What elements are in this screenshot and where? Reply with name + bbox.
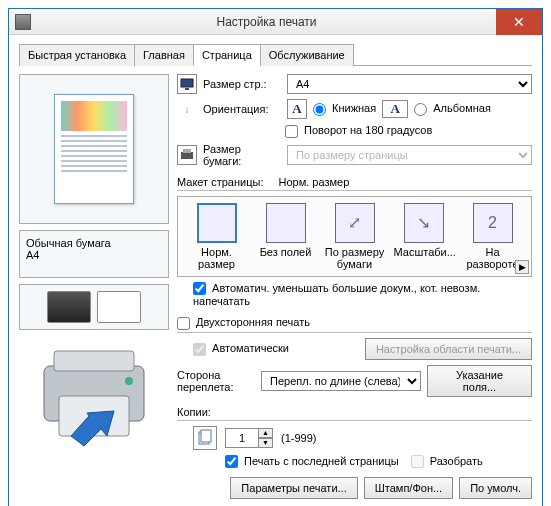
layout-options: Норм. размерБез полей⤢По размеру бумаги↘… [177, 196, 532, 277]
svg-rect-5 [185, 88, 189, 90]
duplex-checkbox[interactable] [177, 317, 190, 330]
print-area-button[interactable]: Настройка области печати... [365, 338, 532, 360]
layout-item-3[interactable]: ↘Масштаби... [394, 203, 454, 270]
svg-point-3 [125, 377, 133, 385]
defaults-button[interactable]: По умолч. [459, 477, 532, 499]
layout-item-4[interactable]: 2На развороте [463, 203, 523, 270]
copies-range: (1-999) [281, 432, 316, 444]
layout-item-0[interactable]: Норм. размер [187, 203, 247, 270]
tray-icon-dark[interactable] [47, 291, 91, 323]
bottom-button-row: Параметры печати... Штамп/Фон... По умол… [177, 477, 532, 499]
print-options-button[interactable]: Параметры печати... [230, 477, 357, 499]
svg-rect-1 [54, 351, 134, 371]
rotate180-checkbox-label[interactable]: Поворот на 180 градусов [285, 124, 432, 138]
printer-size-select[interactable]: По размеру страницы [287, 145, 532, 165]
orientation-row: ↓ Ориентация: A Книжная A Альбомная [177, 99, 532, 119]
layout-header-label: Макет страницы: [177, 176, 263, 188]
svg-rect-9 [201, 430, 211, 442]
paper-type-text: Обычная бумага [26, 237, 162, 249]
landscape-radio[interactable] [414, 103, 427, 116]
margin-button[interactable]: Указание поля... [427, 365, 532, 397]
tray-row [19, 284, 169, 330]
portrait-radio[interactable] [313, 103, 326, 116]
printer-illustration [19, 336, 169, 456]
tab-2[interactable]: Страница [193, 44, 261, 66]
portrait-icon: A [287, 99, 307, 119]
autoreduce-row: Автоматич. уменьшать большие докум., кот… [193, 282, 532, 308]
collate-checkbox[interactable] [411, 455, 424, 468]
orientation-arrow-icon: ↓ [177, 99, 197, 119]
landscape-icon: A [382, 100, 408, 118]
printer-size-label2: бумаги: [203, 155, 281, 167]
binding-label1: Сторона [177, 369, 255, 381]
right-column: Размер стр.: A4 ↓ Ориентация: A Книжная … [177, 74, 532, 499]
page-size-row: Размер стр.: A4 [177, 74, 532, 94]
monitor-icon [177, 74, 197, 94]
landscape-radio-label[interactable]: Альбомная [414, 102, 491, 116]
rotate180-checkbox[interactable] [285, 125, 298, 138]
reverse-checkbox[interactable] [225, 455, 238, 468]
left-column: Обычная бумага A4 [19, 74, 169, 499]
page-size-label: Размер стр.: [203, 78, 281, 90]
tab-3[interactable]: Обслуживание [260, 44, 354, 66]
binding-select[interactable]: Перепл. по длине (слева) [261, 371, 421, 391]
close-button[interactable]: ✕ [496, 9, 542, 35]
copies-options-row: Печать с последней страницы Разобрать [225, 455, 532, 469]
layout-header-row: Макет страницы: Норм. размер [177, 174, 532, 191]
rotate-row: Поворот на 180 градусов [285, 124, 532, 138]
paper-info: Обычная бумага A4 [19, 230, 169, 278]
duplex-auto-checkbox[interactable] [193, 343, 206, 356]
orientation-label: Ориентация: [203, 103, 281, 115]
reverse-label[interactable]: Печать с последней страницы [225, 455, 399, 469]
copies-down[interactable]: ▼ [258, 438, 273, 448]
duplex-auto-row: Автоматически Настройка области печати..… [193, 338, 532, 360]
dialog-body: Быстрая установкаГлавнаяСтраницаОбслужив… [9, 35, 542, 506]
copies-up[interactable]: ▲ [258, 428, 273, 438]
duplex-label[interactable]: Двухсторонняя печать [177, 316, 310, 328]
tray-icon-light[interactable] [97, 291, 141, 323]
printer-icon [177, 145, 197, 165]
app-icon [15, 14, 31, 30]
print-settings-window: Настройка печати ✕ Быстрая установкаГлав… [8, 8, 543, 506]
layout-current: Норм. размер [279, 176, 350, 188]
window-title: Настройка печати [37, 15, 496, 29]
paper-size-text: A4 [26, 249, 162, 261]
binding-row: Сторона переплета: Перепл. по длине (сле… [177, 365, 532, 397]
tab-0[interactable]: Быстрая установка [19, 44, 135, 66]
copies-icon [193, 426, 217, 450]
tab-strip: Быстрая установкаГлавнаяСтраницаОбслужив… [19, 43, 532, 66]
page-preview [19, 74, 169, 224]
autoreduce-label[interactable]: Автоматич. уменьшать большие докум., кот… [193, 282, 532, 308]
duplex-header: Двухсторонняя печать [177, 314, 532, 333]
duplex-auto-label[interactable]: Автоматически [193, 342, 289, 356]
printer-paper-row: Размер бумаги: По размеру страницы [177, 143, 532, 167]
copies-spinner: ▲ ▼ [225, 428, 273, 448]
copies-header: Копии: [177, 404, 532, 421]
svg-rect-4 [181, 79, 193, 87]
copies-row: ▲ ▼ (1-999) [193, 426, 532, 450]
stamp-button[interactable]: Штамп/Фон... [364, 477, 453, 499]
layout-item-1[interactable]: Без полей [256, 203, 316, 270]
binding-label2: переплета: [177, 381, 255, 393]
collate-label[interactable]: Разобрать [411, 455, 483, 469]
page-thumbnail [54, 94, 134, 204]
svg-rect-7 [183, 149, 191, 153]
content-area: Обычная бумага A4 [19, 74, 532, 499]
page-size-select[interactable]: A4 [287, 74, 532, 94]
printer-size-label1: Размер [203, 143, 281, 155]
tab-1[interactable]: Главная [134, 44, 194, 66]
portrait-radio-label[interactable]: Книжная [313, 102, 376, 116]
copies-input[interactable] [225, 428, 259, 448]
layout-scroll-right[interactable]: ▶ [515, 260, 529, 274]
autoreduce-checkbox[interactable] [193, 282, 206, 295]
svg-rect-6 [181, 152, 193, 159]
titlebar: Настройка печати ✕ [9, 9, 542, 35]
layout-item-2[interactable]: ⤢По размеру бумаги [325, 203, 385, 270]
